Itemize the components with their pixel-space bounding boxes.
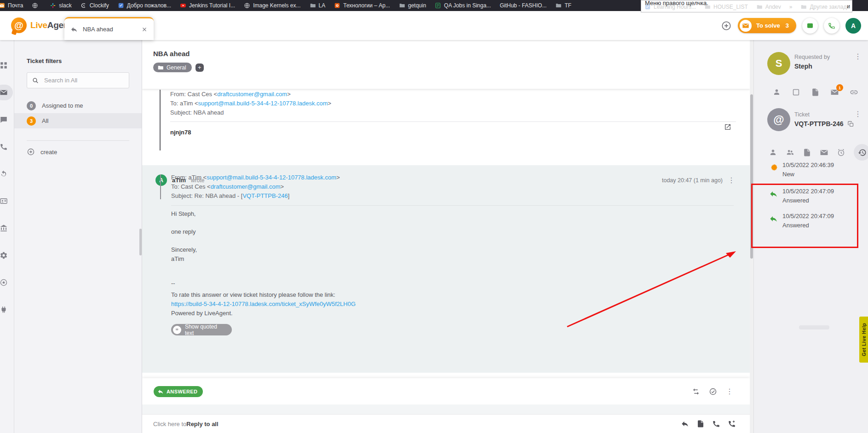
chats-button[interactable] bbox=[802, 18, 818, 34]
filters-scrollbar-thumb[interactable] bbox=[139, 229, 142, 255]
bookmark-label: Clockify bbox=[90, 2, 109, 9]
requester-avatar[interactable]: S bbox=[767, 52, 790, 75]
to-solve-button[interactable]: To solve 3 bbox=[738, 18, 796, 33]
nav-knowledge-base[interactable] bbox=[0, 220, 13, 236]
requester-name[interactable]: Steph bbox=[794, 63, 830, 70]
tickets-envelope-icon[interactable]: 1 bbox=[830, 88, 839, 97]
email-address-link[interactable]: support@mail.build-5-34-4-12-10778.lades… bbox=[207, 174, 336, 181]
nav-tickets[interactable] bbox=[0, 85, 13, 100]
filter-assigned-to-me[interactable]: 0 Assigned to me bbox=[14, 98, 142, 113]
bookmark-image-kernels[interactable]: Image Kernels ex... bbox=[244, 2, 300, 9]
requester-quick-actions: 1 bbox=[772, 88, 858, 97]
bookmark-folder-getquin[interactable]: getquin bbox=[399, 2, 426, 9]
email-address-link[interactable]: draftcustomer@gmail.com bbox=[211, 183, 281, 190]
person-icon[interactable] bbox=[772, 88, 781, 97]
bookmark-andev: Andev bbox=[756, 4, 781, 10]
call-icon[interactable] bbox=[712, 420, 720, 428]
resolve-check-icon[interactable] bbox=[709, 387, 717, 396]
nav-chats[interactable] bbox=[0, 112, 13, 127]
reply-icon[interactable] bbox=[681, 420, 689, 428]
open-in-new-icon[interactable] bbox=[724, 123, 731, 131]
reply-bar[interactable]: Click here to Reply to all bbox=[142, 414, 750, 433]
message-body: Hi Steph, one reply Sincerely, aTim -- T… bbox=[171, 209, 750, 318]
star-badge-icon bbox=[0, 278, 8, 287]
scrollbar-thumb[interactable] bbox=[750, 94, 753, 259]
nav-dashboard[interactable] bbox=[0, 58, 13, 73]
bookmark-jenkins[interactable]: Jenkins Tutorial I... bbox=[180, 2, 235, 9]
header-actions: To solve 3 A bbox=[721, 11, 861, 40]
reply-bar-actions bbox=[681, 420, 736, 428]
add-tag-button[interactable]: + bbox=[195, 64, 204, 72]
main-scrollbar[interactable] bbox=[750, 40, 753, 433]
get-live-help-button[interactable]: Get Live Help bbox=[859, 317, 868, 363]
department-tag[interactable]: General bbox=[153, 63, 192, 72]
bookmark-label: Jenkins Tutorial I... bbox=[189, 2, 235, 9]
close-icon[interactable] bbox=[141, 26, 148, 33]
envelope-icon[interactable] bbox=[820, 148, 828, 157]
ticket-code-link[interactable]: VQT-PTTPB-246 bbox=[242, 192, 287, 199]
grid-icon bbox=[0, 61, 8, 69]
create-filter-button[interactable]: create bbox=[27, 148, 142, 156]
agent-avatar[interactable]: A bbox=[845, 18, 861, 34]
bookmark-clockify[interactable]: Clockify bbox=[80, 2, 109, 9]
show-quoted-text-button[interactable]: Show quoted text bbox=[171, 324, 232, 335]
history-icon-selected[interactable] bbox=[854, 144, 868, 161]
link-icon[interactable] bbox=[850, 88, 858, 97]
bookmark-label: Image Kernels ex... bbox=[253, 2, 300, 9]
reply-icon bbox=[70, 26, 78, 33]
transfer-icon[interactable] bbox=[692, 387, 700, 396]
bookmark-tehnologii[interactable]: Технологии – Ар... bbox=[334, 2, 390, 9]
bookmark-slack[interactable]: slack bbox=[50, 2, 71, 9]
reply-to-all-label: Reply to all bbox=[186, 421, 218, 427]
bookmark-folder-la[interactable]: LA bbox=[310, 2, 326, 9]
nav-configuration[interactable] bbox=[0, 248, 13, 263]
bookmark-unnamed[interactable] bbox=[32, 2, 41, 9]
open-ticket-tab[interactable]: NBA ahead bbox=[64, 17, 154, 40]
person-icon[interactable] bbox=[769, 148, 777, 157]
status-badge[interactable]: ANSWERED bbox=[154, 386, 203, 397]
nav-calls[interactable] bbox=[0, 139, 13, 155]
ticket-menu-button[interactable]: ⋮ bbox=[854, 110, 862, 118]
note-icon[interactable] bbox=[811, 88, 820, 97]
bookmark-pochta[interactable]: Почта bbox=[0, 2, 23, 9]
alarm-icon[interactable] bbox=[837, 148, 845, 157]
nav-social[interactable] bbox=[0, 166, 13, 182]
faded-bookmarks: Learning Hours... HOUSE_LIST Andev » Дру… bbox=[647, 4, 849, 10]
powered-by: Powered by LiveAgent. bbox=[171, 309, 750, 318]
more-actions-button[interactable]: ⋮ bbox=[726, 388, 733, 395]
nav-contacts[interactable] bbox=[0, 193, 13, 209]
search-box[interactable] bbox=[27, 72, 129, 88]
nav-integrations[interactable] bbox=[0, 302, 13, 318]
add-call-icon[interactable] bbox=[728, 420, 736, 428]
requester-info: Requested by Steph bbox=[794, 54, 830, 70]
folder-icon bbox=[310, 2, 316, 9]
todo-square-icon[interactable] bbox=[792, 88, 800, 97]
filter-all[interactable]: 3 All bbox=[14, 113, 142, 128]
filter-label: All bbox=[42, 117, 48, 124]
chat-icon bbox=[806, 22, 814, 29]
divider bbox=[171, 205, 734, 206]
calls-button[interactable] bbox=[824, 18, 839, 34]
search-input[interactable] bbox=[43, 76, 124, 84]
note-icon[interactable] bbox=[696, 420, 705, 428]
copy-icon[interactable] bbox=[847, 121, 854, 127]
bookmark-folder-tf[interactable]: TF bbox=[555, 2, 571, 9]
note-icon[interactable] bbox=[803, 148, 811, 157]
bookmark-dobro[interactable]: Добро пожалов... bbox=[118, 2, 171, 9]
add-new-button[interactable] bbox=[721, 20, 732, 31]
globe-icon bbox=[244, 2, 250, 9]
email-address-link[interactable]: support@mail.build-5-34-4-12-10778.lades… bbox=[198, 100, 328, 107]
nav-gamification[interactable] bbox=[0, 275, 13, 290]
ticket-history-link[interactable]: https://build-5-34-4-12-10778.ladesk.com… bbox=[171, 300, 750, 309]
requester-menu-button[interactable]: ⋮ bbox=[854, 53, 862, 60]
body-line: Hi Steph, bbox=[171, 209, 750, 219]
new-status-icon bbox=[770, 163, 778, 172]
email-address-link[interactable]: draftcustomer@gmail.com bbox=[217, 91, 287, 98]
timeline-time: 10/5/2022 20:47:09 bbox=[782, 213, 834, 219]
people-icon[interactable] bbox=[786, 148, 794, 157]
email-subject-line: Subject: Re: NBA ahead - [VQT-PTTPB-246] bbox=[171, 191, 750, 201]
search-icon bbox=[32, 77, 39, 84]
bookmark-github[interactable]: GitHub - FASHIO... bbox=[500, 2, 546, 9]
gear-icon bbox=[0, 251, 8, 260]
bookmark-qa-jobs[interactable]: QA Jobs in Singa... bbox=[435, 2, 491, 9]
